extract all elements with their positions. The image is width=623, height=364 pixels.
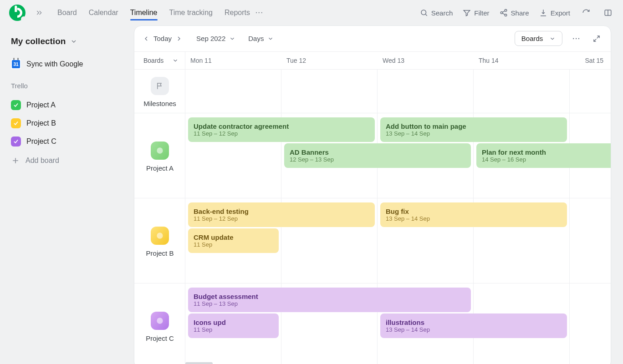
collection-selector[interactable]: My collection bbox=[11, 36, 123, 46]
task-card[interactable]: Update contractor agreement11 Sep – 12 S… bbox=[188, 117, 375, 142]
row-lanes: Budget assessment11 Sep – 13 SepIcons up… bbox=[185, 283, 611, 364]
share-icon bbox=[500, 9, 508, 17]
unit-select[interactable]: Days bbox=[248, 35, 274, 42]
search-action[interactable]: Search bbox=[420, 9, 453, 17]
svg-point-3 bbox=[505, 14, 507, 16]
project-icon bbox=[151, 312, 169, 330]
row-project: Project CBudget assessment11 Sep – 13 Se… bbox=[134, 283, 611, 364]
expand-icon[interactable] bbox=[591, 33, 603, 45]
task-card[interactable]: Back-end testing11 Sep – 12 Sep bbox=[188, 202, 375, 227]
filter-action[interactable]: Filter bbox=[463, 9, 489, 17]
refresh-icon[interactable] bbox=[580, 7, 592, 19]
chevron-down-icon bbox=[549, 35, 556, 42]
tab-time-tracking[interactable]: Time tracking bbox=[169, 3, 213, 22]
sidebar-board-project-c[interactable]: Project C bbox=[11, 132, 123, 151]
svg-point-0 bbox=[421, 10, 426, 15]
google-calendar-icon: 31 bbox=[11, 59, 21, 69]
task-card[interactable]: Bug fix13 Sep – 14 Sep bbox=[380, 202, 567, 227]
sidebar: My collection 31 Sync with Google Trello… bbox=[0, 25, 134, 171]
panel-toolbar: Today Sep 2022 Days Boards ··· bbox=[134, 26, 611, 51]
timeline-header: Boards Mon 11Tue 12Wed 13Thu 14Sat 15 bbox=[134, 51, 611, 70]
search-icon bbox=[420, 9, 428, 17]
row-project: Project BBack-end testing11 Sep – 12 Sep… bbox=[134, 198, 611, 283]
chevron-down-icon bbox=[267, 35, 274, 42]
row-head: Milestones bbox=[134, 70, 185, 113]
svg-point-6 bbox=[157, 233, 163, 238]
more-icon[interactable]: ··· bbox=[571, 33, 582, 44]
timeline-body: Milestones Project AUpdate contractor ag… bbox=[134, 70, 611, 364]
sidebar-board-project-a[interactable]: Project A bbox=[11, 96, 123, 114]
group-label: Trello bbox=[11, 82, 123, 90]
nav-tabs: BoardCalendarTimelineTime trackingReport… bbox=[57, 3, 250, 22]
svg-point-5 bbox=[157, 147, 163, 153]
plus-icon bbox=[11, 156, 20, 165]
prev-icon[interactable] bbox=[143, 35, 150, 42]
export-icon bbox=[539, 9, 547, 17]
day-header: Thu 14 bbox=[474, 57, 570, 64]
svg-point-1 bbox=[505, 10, 507, 12]
checkbox-icon bbox=[11, 100, 21, 110]
sync-google[interactable]: 31 Sync with Google bbox=[11, 59, 123, 69]
svg-point-2 bbox=[500, 12, 503, 14]
top-actions: Search Filter Share Export bbox=[420, 7, 614, 19]
add-board[interactable]: Add board bbox=[11, 151, 123, 171]
row-project: Project AUpdate contractor agreement11 S… bbox=[134, 113, 611, 198]
period-select[interactable]: Sep 2022 bbox=[196, 35, 235, 42]
task-card[interactable]: illustrations13 Sep – 14 Sep bbox=[380, 313, 567, 338]
task-card[interactable]: CRM update11 Sep bbox=[188, 228, 279, 253]
day-header: Wed 13 bbox=[378, 57, 474, 64]
chevron-down-icon bbox=[229, 35, 235, 42]
row-lanes bbox=[185, 70, 611, 113]
lane-header-select[interactable]: Boards bbox=[134, 52, 185, 69]
today-button[interactable]: Today bbox=[153, 35, 172, 42]
row-head: Project B bbox=[134, 198, 185, 283]
task-card[interactable]: Icons upd11 Sep bbox=[188, 313, 279, 338]
task-card[interactable]: Plan for next month14 Sep – 16 Sep bbox=[476, 143, 611, 168]
export-action[interactable]: Export bbox=[539, 9, 570, 17]
checkbox-icon bbox=[11, 118, 21, 128]
chevron-down-icon bbox=[70, 38, 77, 45]
day-header: Tue 12 bbox=[281, 57, 378, 64]
chevron-down-icon bbox=[172, 57, 179, 64]
day-header: Mon 11 bbox=[185, 57, 281, 64]
boards-selector[interactable]: Boards bbox=[515, 31, 563, 46]
tab-board[interactable]: Board bbox=[57, 3, 77, 22]
row-head: Project A bbox=[134, 113, 185, 198]
row-milestones: Milestones bbox=[134, 70, 611, 113]
task-card[interactable]: AD Banners12 Sep – 13 Sep bbox=[284, 143, 471, 168]
filter-icon bbox=[463, 9, 471, 17]
share-action[interactable]: Share bbox=[500, 9, 529, 17]
app-logo[interactable] bbox=[9, 5, 26, 21]
row-lanes: Update contractor agreement11 Sep – 12 S… bbox=[185, 113, 611, 198]
task-card[interactable]: Budget assessment11 Sep – 13 Sep bbox=[188, 288, 471, 312]
project-icon bbox=[151, 227, 169, 245]
day-header: Sat 15 bbox=[570, 57, 611, 64]
tab-calendar[interactable]: Calendar bbox=[89, 3, 118, 22]
checkbox-icon bbox=[11, 136, 21, 147]
row-lanes: Back-end testing11 Sep – 12 SepBug fix13… bbox=[185, 198, 611, 283]
collapse-sidebar-icon[interactable] bbox=[29, 9, 46, 16]
row-head: Project C bbox=[134, 283, 185, 364]
layout-toggle-icon[interactable] bbox=[602, 7, 614, 19]
task-card[interactable]: Add button to main page13 Sep – 14 Sep bbox=[380, 117, 567, 142]
flag-icon bbox=[151, 77, 169, 95]
timeline-panel: Today Sep 2022 Days Boards ··· bbox=[134, 25, 611, 364]
horizontal-scrollbar[interactable] bbox=[185, 362, 213, 364]
project-icon bbox=[151, 142, 169, 160]
tab-timeline[interactable]: Timeline bbox=[130, 3, 158, 22]
tab-reports[interactable]: Reports bbox=[225, 3, 250, 22]
next-icon[interactable] bbox=[175, 35, 183, 42]
nav-more-icon[interactable]: ··· bbox=[254, 9, 266, 16]
topbar: BoardCalendarTimelineTime trackingReport… bbox=[0, 0, 623, 25]
svg-point-7 bbox=[157, 318, 163, 324]
sidebar-board-project-b[interactable]: Project B bbox=[11, 114, 123, 132]
